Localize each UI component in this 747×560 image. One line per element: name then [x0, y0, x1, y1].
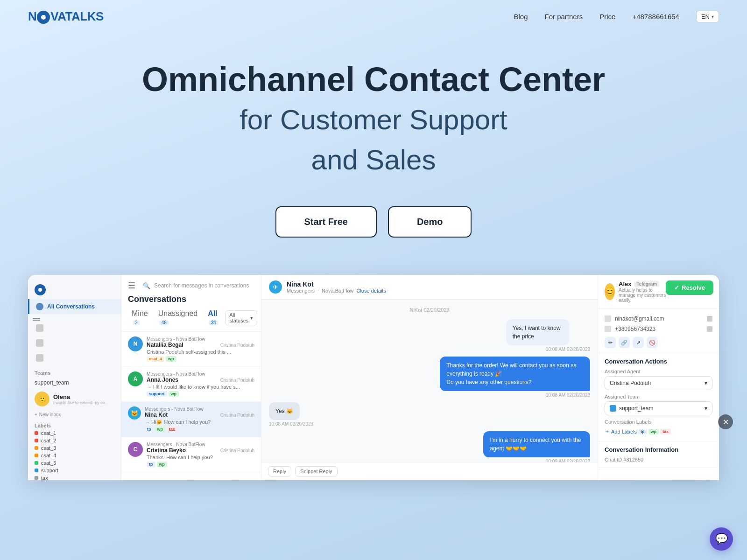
right-panel: 😊 Alex Telegram Actually helps to manage… — [598, 275, 719, 480]
chat-source1: Messengers — [287, 288, 315, 294]
telegram-icon: ✈ — [269, 280, 282, 294]
label-csat2[interactable]: csat_2 — [28, 437, 121, 444]
contact-edit-icon[interactable]: ✏ — [605, 337, 616, 348]
chevron-icon: ▾ — [250, 315, 253, 321]
contact-phone: +380956734323 — [615, 326, 655, 332]
system-msg-date: NiKot 02/20/2023 — [269, 305, 590, 315]
hamburger-icon[interactable]: ☰ — [128, 280, 135, 291]
conv-name-cristina: Cristina Beyko — [147, 447, 186, 454]
label-dot — [35, 461, 38, 465]
contact-phone-row: +380956734323 — [605, 324, 712, 334]
conv-list-header: ☰ 🔍 Search for messages in conversations… — [121, 275, 261, 332]
chat-id-row: Chat ID #312650 — [605, 457, 712, 462]
label-dot — [35, 454, 38, 457]
conv-tags-anna: support wp — [147, 391, 254, 397]
close-overlay-btn[interactable]: ✕ — [718, 414, 733, 429]
snippet-reply-btn[interactable]: Snippet Reply — [295, 466, 338, 476]
label-support[interactable]: support — [28, 467, 121, 474]
copy-email-icon[interactable] — [707, 316, 712, 322]
hero-title-line2: for Customer Support — [93, 102, 654, 138]
nav-price[interactable]: Price — [599, 13, 615, 21]
copy-phone-icon[interactable] — [707, 326, 712, 332]
sidebar-item-icon1[interactable] — [28, 321, 121, 336]
contact-block-icon[interactable]: 🚫 — [647, 337, 658, 348]
tag-wp4: wp — [157, 462, 168, 467]
conv-source-cristina: Messengers - Nova BotFlow — [147, 442, 254, 447]
contact-email: ninakot@gmail.com — [615, 315, 664, 322]
hero-buttons: Start Free Demo — [93, 206, 654, 238]
label-csat1[interactable]: csat_1 — [28, 429, 121, 437]
tag-csat4: csat_4 — [147, 356, 164, 362]
demo-button[interactable]: Demo — [388, 206, 472, 238]
nav-for-partners[interactable]: For partners — [545, 13, 583, 21]
msg-hurry: I'm in a hurry to connect you with the a… — [483, 431, 590, 457]
label-csat3[interactable]: csat_3 — [28, 444, 121, 452]
conversations-title: Conversations — [128, 294, 254, 304]
msg-time-hurry: 10:09 AM 02/20/2023 — [546, 459, 590, 462]
contact-email-row: ninakot@gmail.com — [605, 314, 712, 324]
label-tax[interactable]: tax — [28, 474, 121, 480]
start-free-button[interactable]: Start Free — [275, 206, 377, 238]
assigned-agent-select[interactable]: Cristina Podoluh ▾ — [605, 376, 712, 390]
sidebar-teams-label: Teams — [28, 365, 121, 378]
new-inbox-btn[interactable]: + New inbox — [28, 410, 121, 419]
contact-info-section: ninakot@gmail.com +380956734323 ✏ 🔗 ↗ 🚫 — [598, 309, 719, 353]
sidebar-header — [28, 280, 121, 299]
header: NVATALKS Blog For partners Price +487886… — [0, 0, 747, 33]
chat-pane: ✈ Nina Kot Messengers · Nova.BotFlow Clo… — [261, 275, 598, 480]
avatar-nataliia: N — [128, 336, 143, 351]
chat-contact-name: Nina Kot — [287, 280, 386, 288]
avatar-olena: 🙂 — [35, 392, 49, 406]
status-filter-dropdown[interactable]: All statuses ▾ — [225, 310, 257, 325]
sidebar-item-all-conversations[interactable]: All Conversations — [28, 299, 121, 314]
chat-source: Messengers · Nova.BotFlow Close details — [287, 288, 386, 294]
tag-wp3: wp — [155, 427, 166, 432]
msg-yes: Yes 🐱 — [269, 402, 300, 420]
tag-tax: tax — [167, 427, 177, 432]
lang-selector[interactable]: EN ▾ — [696, 11, 719, 22]
label-dot — [35, 446, 38, 450]
close-details-btn[interactable]: Close details — [356, 288, 386, 294]
sidebar-labels-header: Labels — [28, 419, 121, 429]
tag-wp: wp — [166, 356, 176, 362]
conv-msg-anna: → Hi! I would like to know if you have s… — [147, 384, 254, 390]
conv-search: ☰ 🔍 Search for messages in conversations — [128, 280, 254, 291]
logo[interactable]: NVATALKS — [28, 9, 104, 24]
hero-title-line1: Omnichannel Contact Center — [93, 61, 654, 98]
label-csat5[interactable]: csat_5 — [28, 459, 121, 467]
conv-item-anna[interactable]: A Messengers - Nova BotFlow Anna Jones C… — [121, 367, 261, 402]
add-labels-btn[interactable]: ＋ Add Labels tp wp tax — [605, 427, 712, 436]
conv-item-nataliia[interactable]: N Messengers - Nova BotFlow Nataliia Beg… — [121, 332, 261, 367]
sidebar-item-icon3[interactable] — [28, 350, 121, 365]
chevron-down-agent: ▾ — [705, 380, 707, 386]
logo-icon — [37, 11, 50, 24]
contact-more-icon[interactable]: ↗ — [633, 337, 644, 348]
agent-avatar: 😊 — [605, 283, 615, 300]
label-csat4[interactable]: csat_4 — [28, 452, 121, 459]
sidebar-user-olena[interactable]: 🙂 Olena I would like to extend my contra… — [28, 388, 121, 410]
tab-mine[interactable]: Mine 3 — [128, 308, 152, 328]
conv-source-nataliia: Messengers - Nova BotFlow — [147, 336, 254, 342]
reply-btn[interactable]: Reply — [268, 466, 291, 476]
conv-item-nina[interactable]: 🐱 Messengers - Nova BotFlow Nina Kot Cri… — [121, 402, 261, 437]
tab-unassigned[interactable]: Unassigned 48 — [155, 308, 202, 328]
dashboard-preview: All Conversations Teams support_team 🙂 O… — [28, 275, 719, 480]
conv-name-anna: Anna Jones — [147, 377, 178, 383]
msg-thanks: Thanks for the order! We will contact yo… — [440, 357, 590, 391]
conversations-icon — [36, 303, 43, 310]
contact-link-icon[interactable]: 🔗 — [619, 337, 630, 348]
conv-item-cristina[interactable]: C Messengers - Nova BotFlow Cristina Bey… — [121, 437, 261, 472]
agent-name: Alex Telegram — [619, 280, 666, 287]
conv-actions-title: Conversation Actions — [605, 358, 712, 365]
agent-desc: Actually helps to manage my customers ea… — [619, 287, 666, 303]
chat-bubble-btn[interactable]: 💬 — [710, 527, 733, 551]
nav-blog[interactable]: Blog — [514, 13, 528, 21]
chat-messages: NiKot 02/20/2023 Yes, I want to know the… — [261, 300, 598, 462]
sidebar-item-icon2[interactable] — [28, 336, 121, 350]
conv-info-title: Conversation Information — [605, 446, 712, 453]
msg-time-thanks: 10:08 AM 02/20/2023 — [546, 392, 590, 398]
chevron-down-icon: ▾ — [712, 14, 714, 19]
resolve-button[interactable]: ✓ Resolve — [666, 280, 713, 295]
assigned-team-select[interactable]: support_team ▾ — [605, 401, 712, 415]
tab-all[interactable]: All 31 — [204, 308, 222, 328]
